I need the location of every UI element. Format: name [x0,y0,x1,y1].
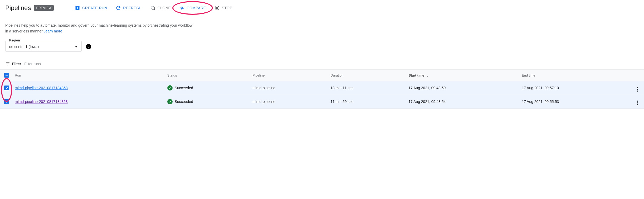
preview-badge: PREVIEW [34,5,54,11]
chevron-down-icon: ▼ [75,45,78,49]
start-cell: 17 Aug 2021, 09:43:59 [404,81,518,95]
select-all-checkbox[interactable] [4,73,9,78]
region-value: us-central1 (Iowa) [9,45,59,49]
pipeline-cell: mlmd-pipeline [248,81,326,95]
sort-down-icon: ↓ [427,73,429,77]
duration-cell: 11 min 59 sec [326,95,404,108]
clone-button[interactable]: CLONE [147,3,174,13]
svg-rect-4 [6,75,8,75]
compare-button[interactable]: COMPARE [176,3,209,13]
success-icon [167,85,173,91]
status-header[interactable]: Status [163,69,248,81]
status-cell: Succeeded [167,99,193,104]
clone-icon [150,5,155,11]
description-text: Pipelines help you to automate, monitor … [5,22,195,34]
refresh-icon [116,5,121,11]
status-cell: Succeeded [167,85,193,91]
end-cell: 17 Aug 2021, 09:55:53 [518,95,631,108]
stop-icon [214,5,220,11]
table-row: mlmd-pipeline-20210817134358 Succeeded m… [0,81,644,95]
pipeline-cell: mlmd-pipeline [248,95,326,108]
page-title: Pipelines [5,4,31,12]
title-group: Pipelines PREVIEW [5,4,54,12]
run-header[interactable]: Run [11,69,163,81]
filter-bar: Filter [0,58,644,69]
filter-icon [5,61,10,66]
select-all-header [0,69,11,81]
success-icon [167,99,173,104]
actions-header [631,69,644,81]
create-run-button[interactable]: CREATE RUN [72,3,110,13]
region-label: Region [8,39,21,42]
plus-icon [75,5,80,11]
filter-input[interactable] [24,62,639,66]
stop-button[interactable]: STOP [211,3,236,13]
filter-label: Filter [5,61,21,66]
row-checkbox[interactable] [4,86,9,90]
refresh-button[interactable]: REFRESH [113,3,145,13]
compare-highlight: COMPARE [176,3,209,13]
end-cell: 17 Aug 2021, 09:57:10 [518,81,631,95]
toolbar: Pipelines PREVIEW CREATE RUN REFRESH CLO… [0,0,644,16]
duration-header[interactable]: Duration [326,69,404,81]
start-cell: 17 Aug 2021, 09:43:54 [404,95,518,108]
end-time-header[interactable]: End time [518,69,631,81]
more-icon[interactable] [637,101,638,105]
row-checkbox[interactable] [4,99,9,104]
learn-more-link[interactable]: Learn more [43,29,62,33]
svg-rect-3 [216,7,218,9]
region-row: Region us-central1 (Iowa) ▼ ? [0,36,644,58]
description-area: Pipelines help you to automate, monitor … [0,16,644,36]
run-link[interactable]: mlmd-pipeline-20210817134358 [15,86,68,90]
region-select[interactable]: Region us-central1 (Iowa) ▼ [5,41,82,52]
runs-table: Run Status Pipeline Duration Start time … [0,69,644,109]
help-icon[interactable]: ? [86,44,91,49]
more-icon[interactable] [637,87,638,92]
run-link[interactable]: mlmd-pipeline-20210817134353 [15,100,68,104]
duration-cell: 13 min 11 sec [326,81,404,95]
start-time-header[interactable]: Start time ↓ [404,69,518,81]
compare-icon [179,5,184,11]
table-row: mlmd-pipeline-20210817134353 Succeeded m… [0,95,644,108]
svg-rect-1 [152,7,154,10]
pipeline-header[interactable]: Pipeline [248,69,326,81]
